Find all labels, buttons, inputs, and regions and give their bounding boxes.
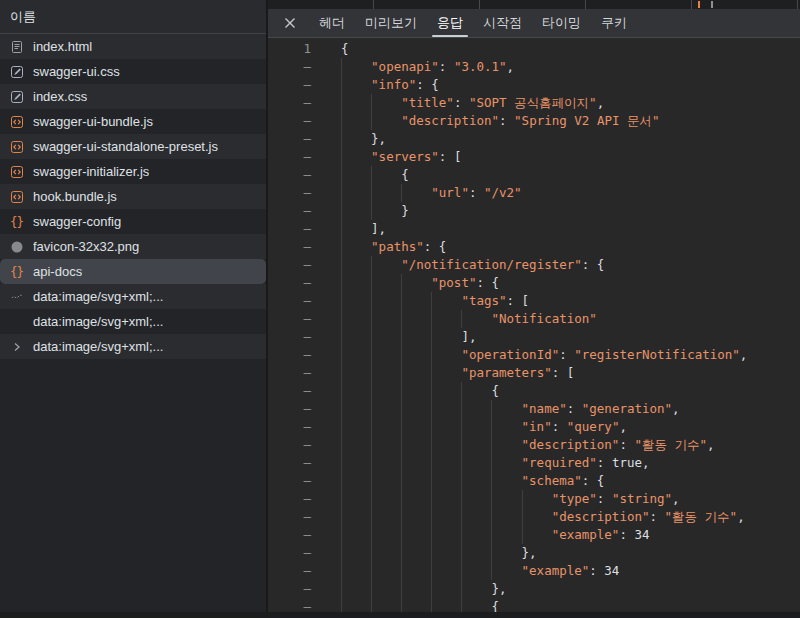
code-line: 1{ (268, 40, 800, 58)
line-number-gutter: – (268, 166, 337, 184)
indent-guide (371, 112, 401, 130)
indent-guide (461, 544, 491, 562)
tab-헤더[interactable]: 헤더 (309, 9, 355, 37)
file-row[interactable]: swagger-initializer.js (0, 159, 266, 184)
file-row[interactable]: data:image/svg+xml;... (0, 334, 266, 359)
line-number-gutter: – (268, 400, 337, 418)
line-number-gutter: – (268, 472, 337, 490)
line-number-gutter: – (268, 130, 337, 148)
indent-guide (461, 400, 491, 418)
indent-guide (491, 436, 521, 454)
indent-guide (431, 472, 461, 490)
image-icon (9, 239, 24, 254)
bottom-scroll-track[interactable] (0, 612, 800, 618)
line-number-gutter: – (268, 274, 337, 292)
indent-guide (491, 544, 521, 562)
indent-guide (431, 508, 461, 526)
stylesheet-icon (9, 64, 24, 79)
code-line: –"openapi": "3.0.1", (268, 58, 800, 76)
file-row[interactable]: hook.bundle.js (0, 184, 266, 209)
stylesheet-icon (9, 89, 24, 104)
indent-guide (401, 418, 431, 436)
indent-guide (431, 580, 461, 598)
indent-guide (431, 346, 461, 364)
line-number-gutter: – (268, 292, 337, 310)
indent-guide (341, 238, 371, 256)
code-line-content: "openapi": "3.0.1", (337, 58, 800, 76)
code-line-content: "name": "generation", (337, 400, 800, 418)
detail-tabbar: 헤더미리보기응답시작점타이밍쿠키 (268, 9, 800, 38)
file-row[interactable]: index.css (0, 84, 266, 109)
document-icon (9, 39, 24, 54)
code-line-content: "description": "활동 기수", (337, 436, 800, 454)
line-number-gutter: – (268, 490, 337, 508)
code-line: –"parameters": [ (268, 364, 800, 382)
request-list-header[interactable]: 이름 (0, 0, 266, 34)
file-row[interactable]: {}api-docs (0, 259, 266, 284)
indent-guide (522, 526, 552, 544)
tab-쿠키[interactable]: 쿠키 (591, 9, 637, 37)
indent-guide (371, 580, 401, 598)
indent-guide (401, 382, 431, 400)
indent-guide (431, 292, 461, 310)
code-line: –"description": "활동 기수", (268, 508, 800, 526)
indent-guide (371, 526, 401, 544)
file-row[interactable]: data:image/svg+xml;... (0, 309, 266, 334)
file-row[interactable]: swagger-ui-bundle.js (0, 109, 266, 134)
code-line: –"post": { (268, 274, 800, 292)
indent-guide (341, 544, 371, 562)
tab-시작점[interactable]: 시작점 (473, 9, 532, 37)
tab-응답[interactable]: 응답 (427, 9, 473, 37)
file-row[interactable]: swagger-ui-standalone-preset.js (0, 134, 266, 159)
line-number-gutter: – (268, 310, 337, 328)
line-number-gutter: – (268, 58, 337, 76)
indent-guide (491, 562, 521, 580)
file-row[interactable]: swagger-ui.css (0, 59, 266, 84)
code-line: –} (268, 202, 800, 220)
code-line: –"example": 34 (268, 562, 800, 580)
request-detail-pane: 헤더미리보기응답시작점타이밍쿠키 1{–"openapi": "3.0.1",–… (268, 0, 800, 618)
indent-guide (341, 148, 371, 166)
line-number-gutter: – (268, 436, 337, 454)
code-line-content: ], (337, 220, 800, 238)
code-line: –"name": "generation", (268, 400, 800, 418)
code-line: –"in": "query", (268, 418, 800, 436)
code-line-content: { (337, 382, 800, 400)
devtools-network-panel: 이름 index.htmlswagger-ui.cssindex.cssswag… (0, 0, 800, 618)
line-number-gutter: – (268, 202, 337, 220)
code-line-content: { (337, 40, 800, 58)
file-name: swagger-config (33, 214, 121, 229)
indent-guide (341, 346, 371, 364)
file-row[interactable]: data:image/svg+xml;... (0, 284, 266, 309)
code-line-content: ], (337, 328, 800, 346)
response-body-viewer[interactable]: 1{–"openapi": "3.0.1",–"info": {–"title"… (268, 38, 800, 618)
indent-guide (461, 508, 491, 526)
indent-guide (401, 310, 431, 328)
code-line-content: "url": "/v2" (337, 184, 800, 202)
indent-guide (431, 382, 461, 400)
indent-guide (341, 76, 371, 94)
indent-guide (461, 436, 491, 454)
file-name: hook.bundle.js (33, 189, 117, 204)
indent-guide (371, 400, 401, 418)
file-row[interactable]: {}swagger-config (0, 209, 266, 234)
indent-guide (401, 544, 431, 562)
indent-guide (341, 292, 371, 310)
indent-guide (371, 292, 401, 310)
indent-guide (491, 418, 521, 436)
code-line: –{ (268, 382, 800, 400)
file-row[interactable]: favicon-32x32.png (0, 234, 266, 259)
indent-guide (461, 310, 491, 328)
tab-타이밍[interactable]: 타이밍 (532, 9, 591, 37)
code-line-content: }, (337, 544, 800, 562)
indent-guide (371, 166, 401, 184)
tab-미리보기[interactable]: 미리보기 (355, 9, 427, 37)
close-icon[interactable] (284, 17, 296, 29)
indent-guide (371, 544, 401, 562)
code-line: –{ (268, 166, 800, 184)
indent-guide (341, 94, 371, 112)
code-line: –"example": 34 (268, 526, 800, 544)
file-name: swagger-initializer.js (33, 164, 149, 179)
file-row[interactable]: index.html (0, 34, 266, 59)
indent-guide (522, 508, 552, 526)
